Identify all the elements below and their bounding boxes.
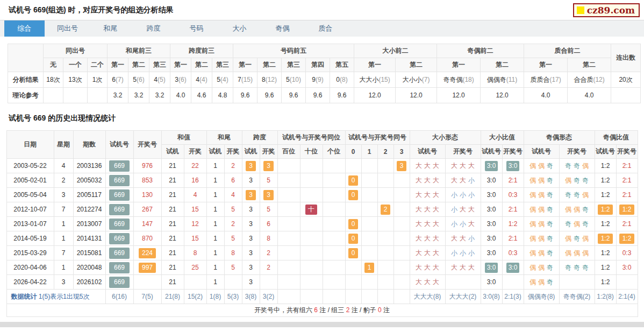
same-pos-units-cell — [323, 275, 345, 290]
issue-cell: 2013007 — [73, 217, 105, 231]
weekday-cell: 3 — [54, 188, 73, 202]
span-winning-cell: 8 — [260, 231, 277, 246]
same-count-1-cell — [361, 246, 377, 260]
analysis-cell-num-3: 5(10) — [282, 72, 306, 88]
stats-same-count-3-cell — [393, 290, 410, 304]
tab-5[interactable]: 号码 — [176, 20, 217, 37]
parity-pattern-trial-cell: 偶偶奇 — [524, 159, 559, 173]
value-main: 4 — [196, 76, 199, 83]
date-cell: 2014-05-19 — [6, 231, 54, 246]
size-pattern-trial-cell: 大大大 — [410, 246, 445, 260]
analysis-cell-streak: 20次 — [611, 72, 641, 88]
parity-pattern-trial-cell: 偶偶奇 — [524, 246, 559, 260]
issue-cell: 2005117 — [73, 188, 105, 202]
history-row-1: 2003-05-2242003136669976212212333大大大大大大3… — [6, 159, 638, 173]
parity-ratio-winning-cell: 2:1 — [616, 173, 638, 188]
tab-6[interactable]: 大小 — [219, 20, 260, 37]
pattern-char: 大 — [433, 278, 439, 286]
value-paren: (18) — [462, 76, 474, 83]
pattern-char: 大 — [416, 235, 422, 242]
tab-1[interactable]: 综合 — [4, 20, 45, 37]
stats-same-pos-tens-cell — [300, 290, 323, 304]
footer-segment: 注 / 豹子 — [349, 306, 378, 314]
pattern-char: 奇 — [547, 191, 553, 199]
orange-badge: 2 — [381, 205, 391, 215]
analysis-col-span-2: 第二 — [191, 58, 212, 72]
size-ratio-winning-cell: 0:3 — [502, 188, 524, 202]
site-logo[interactable]: cz89.com — [573, 3, 640, 17]
pattern-char: 偶 — [538, 249, 545, 257]
analysis-row-label: 分析结果 — [8, 72, 44, 88]
trial-number-badge: 669 — [109, 189, 130, 201]
trial-number-cell: 669 — [105, 188, 133, 202]
tail-trial-cell: 1 — [206, 231, 224, 246]
pattern-char: 偶 — [582, 249, 589, 257]
pattern-char: 奇 — [574, 191, 580, 199]
history-head: 日期星期期数试机号开奖号和值和尾跨度试机号与开奖号同位试机号与开奖号同号大小形态… — [6, 131, 638, 159]
teal-ratio-badge: 3:0 — [485, 263, 498, 273]
tab-7[interactable]: 奇偶 — [262, 20, 303, 37]
teal-ratio-badge: 3:0 — [506, 161, 520, 171]
parity-ratio-winning-cell: 2:1 — [616, 159, 638, 173]
pattern-char: 偶 — [582, 191, 589, 199]
tail-trial-cell: 1 — [206, 275, 224, 290]
pattern-char: 大 — [416, 191, 422, 199]
tab-4[interactable]: 跨度 — [133, 20, 174, 37]
analysis-head-cols: 无一个二个第一第二第三第一第二第三第一第二第三第四第五第一第二第一第二第一第二 — [8, 58, 641, 72]
span-winning-cell: 2 — [260, 246, 277, 260]
value-main: 6 — [112, 76, 116, 83]
tab-8[interactable]: 质合 — [305, 20, 346, 37]
parity-ratio-trial-cell: 1:2 — [595, 188, 616, 202]
pattern-char: 偶 — [565, 235, 571, 242]
same-pos-hundreds-cell — [277, 173, 300, 188]
weekday-cell: 2 — [54, 173, 73, 188]
issue-cell: 2026102 — [73, 275, 105, 290]
pattern-char: 奇 — [582, 177, 589, 184]
analysis-cell-tail-2: 3.2 — [128, 88, 149, 103]
pattern-char: 偶 — [529, 206, 536, 213]
same-pos-hundreds-cell — [277, 231, 300, 246]
history-header-date: 日期 — [6, 131, 54, 159]
span-winning-cell: 5 — [260, 202, 277, 217]
orange-badge: 1:2 — [598, 205, 613, 215]
analysis-group-7: 质合前二 — [524, 44, 611, 58]
analysis-col-num-5: 第五 — [330, 58, 354, 72]
same-pos-units-cell — [323, 231, 345, 246]
analysis-group-1: 同出号 — [44, 44, 108, 58]
size-pattern-winning-cell: 小小小 — [445, 246, 481, 260]
size-pattern-winning-cell: 小小大 — [445, 217, 481, 231]
analysis-cell-parity-1: 奇奇偶(18) — [437, 72, 481, 88]
pattern-char: 偶 — [565, 206, 571, 213]
pattern-char: 奇 — [547, 278, 553, 286]
value-main: 大大小 — [359, 76, 378, 83]
trial-number-cell: 669 — [105, 159, 133, 173]
pattern-char: 大 — [416, 278, 422, 286]
pattern-char: 奇 — [574, 162, 580, 170]
analysis-cell-num-2: 9.6 — [257, 88, 282, 103]
winning-number-cell: 853 — [133, 173, 161, 188]
orange-badge: 1:2 — [619, 205, 635, 215]
span-trial-cell: 3 — [242, 173, 260, 188]
same-pos-hundreds-cell — [277, 202, 300, 217]
analysis-cell-streak — [611, 88, 641, 103]
date-cell: 2015-03-29 — [6, 246, 54, 260]
analysis-cell-span-1: 3(6) — [170, 72, 191, 88]
value-main: 5 — [217, 76, 220, 83]
trial-number-cell: 669 — [105, 231, 133, 246]
same-count-1-cell — [361, 188, 377, 202]
weekday-cell: 1 — [54, 260, 73, 275]
analysis-cell-num-4: 9(9) — [306, 72, 330, 88]
same-position-badge: 十 — [305, 205, 317, 215]
analysis-cell-span-2: 4.6 — [191, 88, 212, 103]
same-pos-units-cell — [323, 202, 345, 217]
tab-3[interactable]: 和尾 — [90, 20, 131, 37]
size-ratio-trial-cell: 3:0 — [481, 275, 502, 290]
same-pos-units-cell — [323, 173, 345, 188]
footer-segment: 开奖号中，共有组六 — [254, 306, 314, 314]
footer-segment: 注 — [382, 306, 390, 314]
winning-number-cell: 267 — [133, 202, 161, 217]
tab-2[interactable]: 同出号 — [47, 20, 88, 37]
history-subcol-same-pos-hundreds: 百位 — [277, 145, 300, 159]
pattern-char: 大 — [433, 220, 439, 228]
size-pattern-trial-cell: 大大大 — [410, 173, 445, 188]
